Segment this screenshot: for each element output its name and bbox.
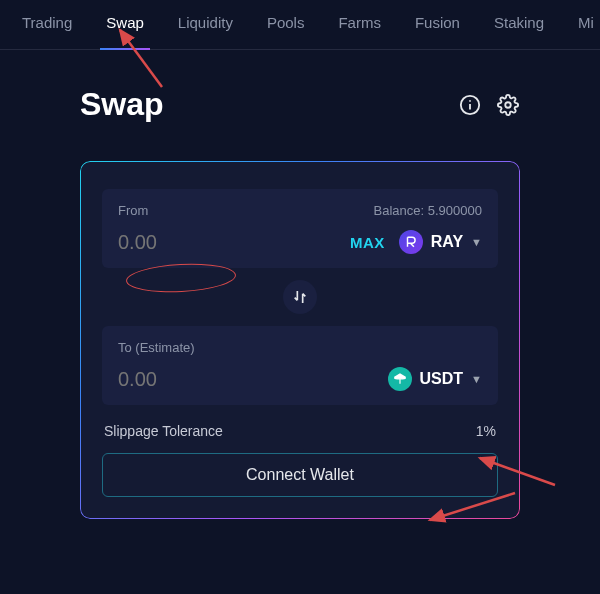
to-token-symbol: USDT xyxy=(420,370,464,388)
from-field-header: From Balance: 5.900000 xyxy=(118,203,482,218)
chevron-down-icon: ▼ xyxy=(471,236,482,248)
from-balance: Balance: 5.900000 xyxy=(374,203,482,218)
to-right-cluster: USDT ▼ xyxy=(388,367,482,391)
from-field: From Balance: 5.900000 MAX RAY ▼ xyxy=(102,189,498,268)
swap-direction-button[interactable] xyxy=(283,280,317,314)
swap-card: From Balance: 5.900000 MAX RAY ▼ xyxy=(80,161,520,519)
nav-item-fusion[interactable]: Fusion xyxy=(415,14,460,35)
to-field-header: To (Estimate) xyxy=(118,340,482,355)
title-icons xyxy=(458,93,520,117)
max-button[interactable]: MAX xyxy=(350,234,385,251)
from-token-symbol: RAY xyxy=(431,233,463,251)
nav-item-staking[interactable]: Staking xyxy=(494,14,544,35)
from-label: From xyxy=(118,203,148,218)
svg-point-3 xyxy=(505,102,511,108)
slippage-label: Slippage Tolerance xyxy=(104,423,223,439)
page-title: Swap xyxy=(80,86,164,123)
page-body: Swap From Balance: 5.900000 MAX xyxy=(0,50,600,519)
from-amount-input[interactable] xyxy=(118,231,238,254)
gear-icon[interactable] xyxy=(496,93,520,117)
nav-item-more[interactable]: Mi xyxy=(578,14,594,35)
to-label: To (Estimate) xyxy=(118,340,195,355)
from-field-body: MAX RAY ▼ xyxy=(118,230,482,254)
nav-item-swap[interactable]: Swap xyxy=(106,14,144,35)
from-token-selector[interactable]: RAY ▼ xyxy=(399,230,482,254)
to-amount-input[interactable] xyxy=(118,368,238,391)
from-right-cluster: MAX RAY ▼ xyxy=(350,230,482,254)
nav-item-farms[interactable]: Farms xyxy=(338,14,381,35)
nav-item-liquidity[interactable]: Liquidity xyxy=(178,14,233,35)
to-field-body: USDT ▼ xyxy=(118,367,482,391)
svg-point-2 xyxy=(469,99,471,101)
top-nav: Trading Swap Liquidity Pools Farms Fusio… xyxy=(0,0,600,50)
ray-icon xyxy=(399,230,423,254)
to-field: To (Estimate) USDT ▼ xyxy=(102,326,498,405)
connect-wallet-button[interactable]: Connect Wallet xyxy=(102,453,498,497)
nav-item-trading[interactable]: Trading xyxy=(22,14,72,35)
nav-item-pools[interactable]: Pools xyxy=(267,14,305,35)
title-row: Swap xyxy=(80,86,520,123)
to-token-selector[interactable]: USDT ▼ xyxy=(388,367,482,391)
info-icon[interactable] xyxy=(458,93,482,117)
slippage-value: 1% xyxy=(476,423,496,439)
chevron-down-icon: ▼ xyxy=(471,373,482,385)
swap-direction-wrap xyxy=(102,268,498,326)
usdt-icon xyxy=(388,367,412,391)
slippage-row: Slippage Tolerance 1% xyxy=(102,405,498,453)
